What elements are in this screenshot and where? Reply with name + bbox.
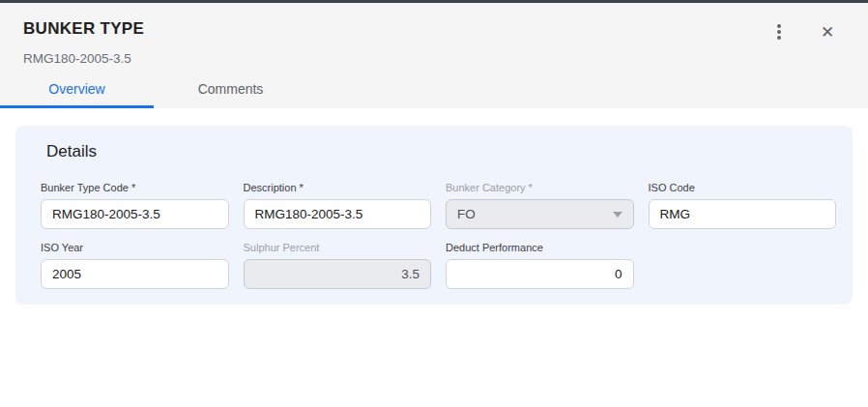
close-button[interactable]: ✕	[816, 20, 839, 44]
iso-year-input[interactable]	[41, 259, 229, 289]
tab-bar: Overview Comments	[0, 73, 307, 108]
description-input[interactable]	[244, 199, 432, 229]
iso-code-label: ISO Code	[649, 182, 837, 194]
deduct-performance-input[interactable]	[446, 259, 634, 289]
tab-overview[interactable]: Overview	[0, 73, 154, 108]
field-deduct-performance: Deduct Performance	[446, 242, 634, 289]
bunker-category-label: Bunker Category *	[446, 182, 634, 194]
deduct-performance-label: Deduct Performance	[446, 242, 634, 254]
dialog-body: Details Bunker Type Code * Description *…	[0, 108, 868, 305]
dialog-header: BUNKER TYPE ✕ RMG180-2005-3.5 Overview C…	[0, 3, 868, 108]
field-iso-year: ISO Year	[41, 242, 229, 289]
field-description: Description *	[244, 182, 432, 229]
field-bunker-type-code: Bunker Type Code *	[41, 182, 229, 229]
header-actions: ✕	[767, 20, 839, 44]
dialog-subtitle: RMG180-2005-3.5	[0, 44, 868, 67]
sulphur-percent-label: Sulphur Percent	[244, 242, 432, 254]
bunker-type-code-input[interactable]	[41, 199, 229, 229]
sulphur-percent-input	[244, 259, 432, 289]
field-sulphur-percent: Sulphur Percent	[244, 242, 432, 289]
iso-code-input[interactable]	[649, 199, 837, 229]
field-bunker-category: Bunker Category * FO	[446, 182, 634, 229]
iso-year-label: ISO Year	[41, 242, 229, 254]
kebab-vertical-icon	[777, 30, 781, 34]
details-heading: Details	[46, 142, 836, 161]
close-icon: ✕	[821, 24, 834, 41]
bunker-category-value: FO	[457, 207, 476, 221]
chevron-down-icon	[613, 212, 622, 218]
page-title: BUNKER TYPE	[23, 18, 144, 39]
bunker-type-code-label: Bunker Type Code *	[41, 182, 229, 194]
tab-comments[interactable]: Comments	[154, 73, 307, 108]
bunker-category-select: FO	[446, 199, 634, 229]
details-form: Bunker Type Code * Description * Bunker …	[25, 182, 836, 289]
kebab-menu-button[interactable]	[767, 20, 791, 44]
details-panel: Details Bunker Type Code * Description *…	[15, 126, 853, 305]
field-iso-code: ISO Code	[649, 182, 837, 229]
description-label: Description *	[244, 182, 432, 194]
